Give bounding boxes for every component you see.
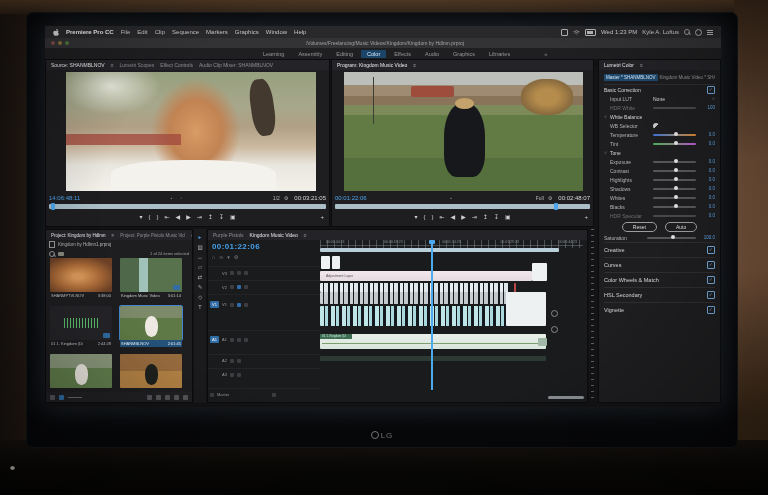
tab-lumetri-color[interactable]: Lumetri Color bbox=[604, 62, 634, 68]
adjustment-layer-end-clip[interactable] bbox=[532, 263, 547, 281]
program-scrub-bar[interactable] bbox=[335, 204, 590, 209]
contrast-value[interactable]: 0.0 bbox=[699, 168, 715, 173]
workspace-editing[interactable]: Editing bbox=[330, 50, 359, 58]
linked-selection-icon[interactable]: ∞ bbox=[220, 254, 224, 260]
program-extract-icon[interactable]: ↧ bbox=[494, 213, 499, 220]
track-select-tool[interactable]: ▥ bbox=[197, 244, 202, 250]
v1-source-patch[interactable]: V1 bbox=[210, 301, 219, 308]
minimize-window-icon[interactable] bbox=[58, 41, 62, 45]
track-header-v1[interactable]: V1 V1 bbox=[208, 294, 320, 314]
program-wrench-icon[interactable]: ⚙ bbox=[548, 195, 552, 201]
automate-to-sequence-icon[interactable] bbox=[147, 395, 152, 400]
shadows-slider[interactable] bbox=[653, 188, 696, 190]
creative-checkbox[interactable]: ✓ bbox=[707, 246, 715, 254]
thumbnail-zoom-slider[interactable] bbox=[68, 397, 82, 398]
timeline-horizontal-scrollbar[interactable] bbox=[548, 396, 584, 399]
source-scrub-bar[interactable] bbox=[49, 204, 326, 209]
timeline-panel-menu-icon[interactable]: ≡ bbox=[304, 232, 307, 238]
auto-button[interactable]: Auto bbox=[665, 222, 697, 232]
v3-eye-icon[interactable] bbox=[244, 271, 248, 275]
a3-source-patch[interactable] bbox=[210, 371, 219, 378]
section-creative[interactable]: Creative ✓ bbox=[604, 242, 715, 257]
audio-clip-a1[interactable]: 01 1. Kingdom (Di bbox=[320, 334, 546, 349]
audio-clip-a2[interactable] bbox=[320, 356, 546, 361]
v2-lock-icon[interactable] bbox=[230, 285, 234, 289]
project-search-icon[interactable] bbox=[49, 251, 55, 257]
a1-source-patch[interactable]: A1 bbox=[210, 336, 219, 343]
basic-correction-header[interactable]: Basic Correction ✓ bbox=[604, 84, 715, 94]
timeline-scroll-knob-upper[interactable] bbox=[551, 310, 558, 317]
temperature-slider[interactable] bbox=[653, 134, 696, 136]
curves-checkbox[interactable]: ✓ bbox=[707, 261, 715, 269]
program-panel-menu-icon[interactable]: ≡ bbox=[413, 62, 416, 68]
a1-mute-icon[interactable] bbox=[230, 338, 234, 342]
track-header-v3[interactable]: V3 bbox=[208, 266, 320, 279]
menu-file[interactable]: File bbox=[121, 29, 131, 35]
tint-value[interactable]: 0.0 bbox=[699, 141, 715, 146]
program-playhead-caret[interactable] bbox=[554, 203, 558, 210]
type-tool[interactable]: T bbox=[198, 304, 201, 310]
color-wheels-checkbox[interactable]: ✓ bbox=[707, 276, 715, 284]
whites-value[interactable]: 0.0 bbox=[699, 195, 715, 200]
find-icon[interactable] bbox=[156, 395, 161, 400]
saturation-value[interactable]: 100.0 bbox=[699, 235, 715, 240]
razor-tool[interactable]: ▱ bbox=[198, 264, 202, 270]
project-file-name[interactable]: Kingdom by Hdlmn1.prproj bbox=[58, 242, 111, 247]
input-lut-dropdown-icon[interactable]: ˅ bbox=[712, 96, 715, 102]
input-lut-value[interactable]: None bbox=[653, 96, 665, 102]
project-tab-overflow-icon[interactable]: » bbox=[191, 233, 192, 238]
source-playhead-caret[interactable] bbox=[51, 203, 55, 210]
temperature-value[interactable]: 0.0 bbox=[699, 132, 715, 137]
selection-tool[interactable]: ▸ bbox=[199, 234, 202, 240]
menu-clip[interactable]: Clip bbox=[155, 29, 165, 35]
a1-solo-icon[interactable] bbox=[237, 338, 241, 342]
program-add-marker-icon[interactable]: ▾ bbox=[414, 213, 417, 220]
program-mark-in-icon[interactable]: { bbox=[423, 214, 425, 220]
apple-logo-icon[interactable] bbox=[53, 29, 59, 36]
workspace-learning[interactable]: Learning bbox=[257, 50, 290, 58]
play-icon[interactable]: ▶ bbox=[186, 213, 191, 220]
project-item-thumbnail[interactable] bbox=[50, 354, 112, 388]
tab-timeline-kingdom[interactable]: Kingdom Music Video bbox=[250, 232, 298, 238]
program-go-to-in-icon[interactable]: ⇤ bbox=[440, 213, 445, 220]
clip-v3-b[interactable] bbox=[332, 256, 340, 269]
tab-timeline-purple-pistols[interactable]: Purple Pistols bbox=[213, 232, 244, 238]
project-folder-icon[interactable] bbox=[58, 252, 64, 256]
new-item-icon[interactable] bbox=[174, 395, 179, 400]
a1-lock-icon[interactable] bbox=[244, 338, 248, 342]
program-mark-out-icon[interactable]: } bbox=[431, 214, 433, 220]
lumetri-panel-menu-icon[interactable]: ≡ bbox=[640, 62, 643, 68]
workspace-effects[interactable]: Effects bbox=[388, 50, 417, 58]
basic-correction-checkbox[interactable]: ✓ bbox=[707, 86, 715, 94]
menu-help[interactable]: Help bbox=[294, 29, 306, 35]
a3-solo-icon[interactable] bbox=[237, 373, 241, 377]
pen-tool[interactable]: ✎ bbox=[198, 284, 203, 290]
v2-source-patch[interactable] bbox=[210, 284, 219, 291]
icon-view-icon[interactable] bbox=[59, 395, 64, 400]
siri-icon[interactable] bbox=[695, 29, 702, 36]
source-wrench-icon[interactable]: ⚙ bbox=[284, 195, 288, 201]
timeline-work-area-bar[interactable] bbox=[320, 248, 559, 252]
highlights-value[interactable]: 0.0 bbox=[699, 177, 715, 182]
menubar-user[interactable]: Kyle A. Loftus bbox=[642, 29, 679, 35]
audio-clip-end-tag[interactable] bbox=[538, 338, 547, 346]
wifi-icon[interactable] bbox=[573, 30, 580, 35]
contrast-slider[interactable] bbox=[653, 170, 696, 172]
track-header-a1[interactable]: A1 A1 bbox=[208, 330, 320, 348]
v3-target-icon[interactable] bbox=[237, 271, 241, 275]
tab-audio-clip-mixer[interactable]: Audio Clip Mixer: SHANMBLNOV bbox=[199, 62, 273, 68]
adjustment-layer-clip[interactable]: Adjustment Layer bbox=[320, 271, 532, 281]
clear-icon[interactable] bbox=[183, 395, 188, 400]
list-view-icon[interactable] bbox=[50, 395, 55, 400]
a2-source-patch[interactable] bbox=[210, 357, 219, 364]
slip-tool[interactable]: ⇄ bbox=[198, 274, 203, 280]
track-header-v2[interactable]: V2 bbox=[208, 280, 320, 293]
mark-out-icon[interactable]: } bbox=[156, 214, 158, 220]
timeline-settings-icon[interactable]: ⚙ bbox=[234, 254, 238, 260]
a2-mute-icon[interactable] bbox=[230, 359, 234, 363]
mark-in-icon[interactable]: { bbox=[148, 214, 150, 220]
menu-window[interactable]: Window bbox=[266, 29, 287, 35]
export-frame-icon[interactable]: ▣ bbox=[230, 213, 236, 220]
menubar-clock[interactable]: Wed 1:23 PM bbox=[601, 29, 637, 35]
timeline-scroll-knob-lower[interactable] bbox=[551, 326, 558, 333]
